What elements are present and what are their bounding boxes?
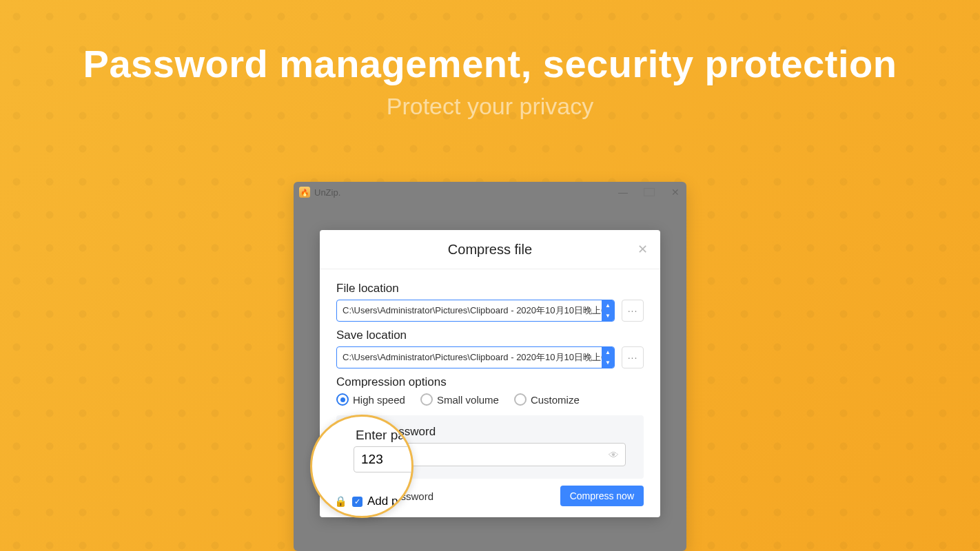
compress-now-button[interactable]: Compress now [560, 486, 644, 506]
maximize-button[interactable] [644, 187, 655, 198]
save-location-label: Save location [336, 329, 644, 342]
file-location-label: File location [336, 282, 644, 295]
magnifier-password-input: 123 [354, 446, 414, 472]
compression-options-label: Compression options [336, 375, 644, 389]
save-location-stepper[interactable]: ▲▼ [602, 347, 614, 368]
save-location-browse-button[interactable]: ··· [622, 346, 644, 368]
option-high-speed[interactable]: High speed [336, 393, 405, 406]
file-location-value: C:\Users\Administrator\Pictures\Clipboar… [337, 304, 602, 317]
hero-title: Password management, security protection [0, 41, 980, 86]
option-customize[interactable]: Customize [514, 393, 580, 406]
radio-icon [420, 393, 433, 406]
save-location-input[interactable]: C:\Users\Administrator\Pictures\Clipboar… [336, 346, 615, 368]
dialog-title: Compress file [448, 242, 532, 258]
save-location-value: C:\Users\Administrator\Pictures\Clipboar… [337, 351, 602, 364]
file-location-input[interactable]: C:\Users\Administrator\Pictures\Clipboar… [336, 300, 615, 322]
lock-icon: 🔒 [334, 495, 347, 508]
radio-icon [336, 393, 349, 406]
option-small-volume-label: Small volume [437, 394, 499, 406]
dialog-close-button[interactable]: ✕ [637, 242, 648, 257]
magnifier-overlay: Enter password 123 🔒 ✓ Add pa [310, 415, 414, 518]
radio-icon [514, 393, 527, 406]
app-name: UnZip. [314, 187, 340, 198]
option-high-speed-label: High speed [353, 394, 405, 406]
minimize-button[interactable]: — [617, 187, 629, 198]
add-password-checkbox: ✓ [352, 497, 363, 507]
file-location-stepper[interactable]: ▲▼ [602, 300, 614, 321]
close-window-button[interactable]: ✕ [670, 187, 681, 198]
option-small-volume[interactable]: Small volume [420, 393, 499, 406]
app-icon: 🔥 [299, 187, 310, 198]
eye-icon[interactable]: 👁 [609, 449, 619, 461]
titlebar: 🔥 UnZip. — ✕ [294, 182, 686, 202]
file-location-browse-button[interactable]: ··· [622, 300, 644, 322]
hero-subtitle: Protect your privacy [0, 93, 980, 120]
option-customize-label: Customize [531, 394, 580, 406]
